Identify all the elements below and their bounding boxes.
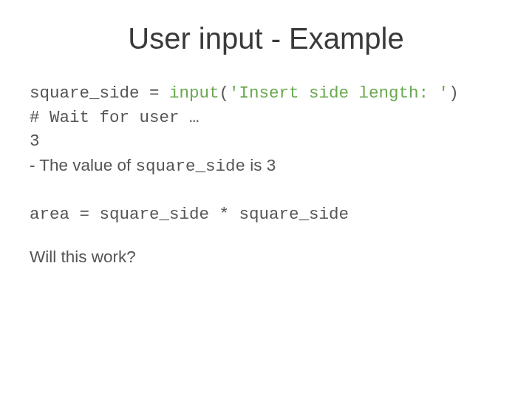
slide: User input - Example square_side = input… (0, 0, 532, 399)
spacer (30, 179, 502, 202)
slide-body: square_side = input('Insert side length:… (30, 81, 502, 270)
note-suffix: is 3 (245, 156, 276, 174)
code-line-1: square_side = input('Insert side length:… (30, 81, 502, 106)
question-line: Will this work? (30, 245, 502, 270)
code-string: 'Insert side length: ' (229, 83, 449, 103)
code-paren-close: ) (449, 83, 459, 103)
code-line-2: # Wait for user … (30, 106, 502, 130)
code-paren-open: ( (219, 83, 230, 103)
note-var: square_side (135, 157, 245, 176)
code-line-4: - The value of square_side is 3 (30, 154, 502, 179)
code-line-5: area = square_side * square_side (30, 202, 502, 227)
spacer (30, 226, 502, 245)
note-prefix: - The value of (30, 156, 135, 174)
code-eq: = (140, 83, 170, 103)
code-func: input (169, 83, 219, 103)
code-var: square_side (30, 83, 140, 103)
code-line-3: 3 (30, 129, 502, 154)
slide-title: User input - Example (30, 22, 502, 55)
